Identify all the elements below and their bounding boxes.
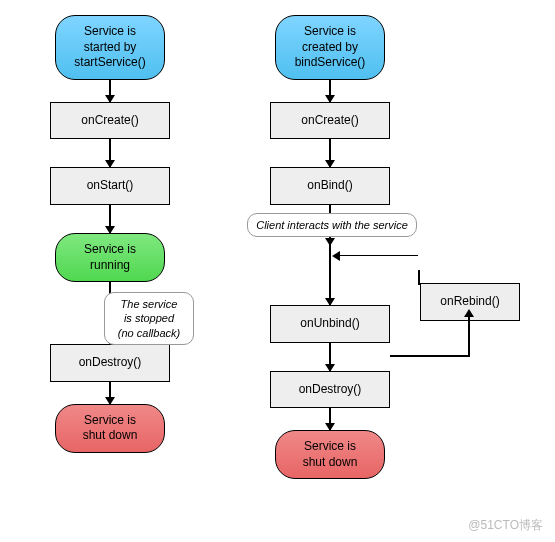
- arrow: [329, 408, 331, 430]
- arrowhead-up-icon: [464, 309, 474, 317]
- oncreate-node-left: onCreate(): [50, 102, 170, 140]
- stopped-label: The serviceis stopped(no callback): [104, 292, 194, 345]
- connector-line: [338, 255, 418, 257]
- arrow: [329, 139, 331, 167]
- connector-line: [418, 270, 420, 285]
- arrow: [109, 205, 111, 233]
- onbind-node: onBind(): [270, 167, 390, 205]
- arrow: [329, 343, 331, 371]
- running-node: Service isrunning: [55, 233, 165, 282]
- arrow: [329, 245, 331, 305]
- ondestroy-node-left: onDestroy(): [50, 344, 170, 382]
- onstart-node: onStart(): [50, 167, 170, 205]
- started-service-column: Service isstarted bystartService() onCre…: [30, 15, 190, 479]
- connector-line: [390, 355, 470, 357]
- oncreate-node-right: onCreate(): [270, 102, 390, 140]
- ondestroy-node-right: onDestroy(): [270, 371, 390, 409]
- arrow: [329, 80, 331, 102]
- watermark: @51CTO博客: [468, 517, 543, 534]
- interact-label: Client interacts with the service: [247, 213, 417, 237]
- start-node-bound: Service iscreated bybindService(): [275, 15, 385, 80]
- service-lifecycle-diagram: Service isstarted bystartService() onCre…: [0, 0, 555, 494]
- start-node-started: Service isstarted bystartService(): [55, 15, 165, 80]
- onunbind-node: onUnbind(): [270, 305, 390, 343]
- connector-line: [468, 315, 470, 357]
- end-node-left: Service isshut down: [55, 404, 165, 453]
- arrow: [109, 382, 111, 404]
- end-node-right: Service isshut down: [275, 430, 385, 479]
- bound-service-column: Service iscreated bybindService() onCrea…: [250, 15, 410, 479]
- arrow: [109, 139, 111, 167]
- arrow: [109, 80, 111, 102]
